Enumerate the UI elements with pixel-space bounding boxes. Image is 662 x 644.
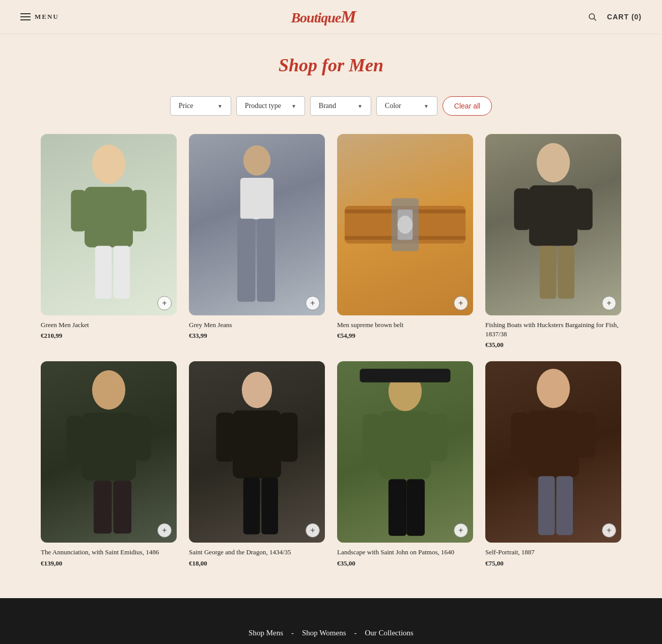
product-price: €54,99 xyxy=(337,332,473,340)
svg-rect-28 xyxy=(66,416,83,461)
product-name: Green Men Jacket xyxy=(41,320,177,330)
product-card[interactable]: + Green Men Jacket €210,99 xyxy=(41,134,177,349)
menu-button[interactable]: MENU xyxy=(20,13,59,21)
price-filter-label: Price xyxy=(179,102,194,110)
svg-point-24 xyxy=(92,370,125,410)
product-type-chevron-icon: ▼ xyxy=(291,103,296,109)
product-price: €210,99 xyxy=(41,332,177,340)
product-image: + xyxy=(189,361,325,543)
product-price: €75,00 xyxy=(485,559,621,568)
svg-rect-47 xyxy=(511,413,529,458)
product-image: + xyxy=(485,134,621,315)
product-name: Self-Portrait, 1887 xyxy=(485,548,621,557)
clear-all-button[interactable]: Clear all xyxy=(443,96,492,116)
search-button[interactable] xyxy=(588,12,597,21)
svg-rect-23 xyxy=(576,189,593,230)
svg-rect-27 xyxy=(113,481,131,534)
product-card[interactable]: + Men supreme brown belt €54,99 xyxy=(337,134,473,349)
product-price: €18,00 xyxy=(189,559,325,568)
svg-rect-19 xyxy=(529,185,577,246)
svg-point-30 xyxy=(242,372,272,408)
svg-rect-39 xyxy=(389,479,407,536)
product-card[interactable]: + Fishing Boats with Hucksters Bargainin… xyxy=(485,134,621,349)
footer-nav: Shop Mens - Shop Womens - Our Collection… xyxy=(0,619,662,642)
product-image: + xyxy=(337,361,473,543)
product-price: €33,99 xyxy=(189,332,325,340)
svg-rect-38 xyxy=(379,411,431,479)
product-price: €139,00 xyxy=(41,559,177,568)
product-card[interactable]: + The Annunciation, with Saint Emidius, … xyxy=(41,361,177,567)
svg-rect-6 xyxy=(71,190,86,232)
footer-shop-mens[interactable]: Shop Mens xyxy=(249,629,283,637)
svg-rect-3 xyxy=(85,187,133,248)
product-image: + xyxy=(485,361,621,543)
menu-label: MENU xyxy=(35,13,59,21)
product-thumbnail xyxy=(337,134,473,315)
color-filter[interactable]: Color ▼ xyxy=(376,96,437,116)
svg-rect-44 xyxy=(528,411,579,477)
svg-rect-22 xyxy=(514,189,531,230)
product-thumbnail xyxy=(41,361,177,543)
product-type-filter[interactable]: Product type ▼ xyxy=(236,96,305,116)
product-card[interactable]: + Grey Men Jeans €33,99 xyxy=(189,134,325,349)
brand-chevron-icon: ▼ xyxy=(357,103,363,109)
product-figure xyxy=(41,134,177,315)
site-header: MENU BoutiqueM CART (0) xyxy=(0,0,662,34)
product-image: + xyxy=(189,134,325,315)
svg-rect-37 xyxy=(360,369,451,383)
add-to-cart-button[interactable]: + xyxy=(157,296,172,310)
product-name: The Annunciation, with Saint Emidius, 14… xyxy=(41,548,177,557)
product-grid: + Green Men Jacket €210,99 + Grey Men Je… xyxy=(41,134,621,568)
product-card[interactable]: + Saint George and the Dragon, 1434/35 €… xyxy=(189,361,325,567)
add-to-cart-button[interactable]: + xyxy=(602,296,616,310)
page-title: Shop for Men xyxy=(41,55,621,76)
product-price: €35,00 xyxy=(337,559,473,568)
svg-rect-35 xyxy=(280,413,298,462)
footer-collections[interactable]: Our Collections xyxy=(365,629,413,637)
product-figure xyxy=(337,361,473,543)
svg-rect-21 xyxy=(558,246,574,299)
add-to-cart-button[interactable]: + xyxy=(306,296,320,310)
add-to-cart-button[interactable]: + xyxy=(454,296,468,310)
brand-filter[interactable]: Brand ▼ xyxy=(310,96,371,116)
product-thumbnail xyxy=(189,134,325,315)
cart-label: CART (0) xyxy=(607,13,642,21)
product-type-filter-label: Product type xyxy=(245,102,281,110)
svg-rect-11 xyxy=(257,219,275,302)
site-logo[interactable]: BoutiqueM xyxy=(291,7,355,26)
filter-bar: Price ▼ Product type ▼ Brand ▼ Color ▼ C… xyxy=(41,96,621,116)
svg-rect-25 xyxy=(81,413,136,481)
header-right: CART (0) xyxy=(588,12,642,21)
product-thumbnail xyxy=(41,134,177,315)
product-image: + xyxy=(41,361,177,543)
product-thumbnail xyxy=(189,361,325,543)
product-name: Men supreme brown belt xyxy=(337,320,473,330)
product-name: Saint George and the Dragon, 1434/35 xyxy=(189,548,325,557)
footer-sep1: - xyxy=(291,629,294,637)
product-card[interactable]: + Landscape with Saint John on Patmos, 1… xyxy=(337,361,473,567)
product-price: €35,00 xyxy=(485,341,621,349)
svg-point-43 xyxy=(537,369,570,408)
svg-point-8 xyxy=(243,145,270,175)
product-image: + xyxy=(41,134,177,315)
svg-rect-33 xyxy=(261,478,278,534)
price-filter[interactable]: Price ▼ xyxy=(170,96,231,116)
product-figure xyxy=(485,134,621,315)
product-figure xyxy=(337,134,473,315)
product-name: Landscape with Saint John on Patmos, 164… xyxy=(337,548,473,557)
product-figure xyxy=(189,361,325,543)
footer-shop-womens[interactable]: Shop Womens xyxy=(302,629,346,637)
svg-rect-48 xyxy=(577,413,596,458)
cart-button[interactable]: CART (0) xyxy=(607,13,642,21)
price-chevron-icon: ▼ xyxy=(217,103,223,109)
svg-point-17 xyxy=(398,216,413,234)
product-thumbnail xyxy=(337,361,473,543)
product-image: + xyxy=(337,134,473,315)
svg-line-1 xyxy=(594,18,596,20)
svg-rect-10 xyxy=(237,219,256,302)
product-name: Grey Men Jeans xyxy=(189,320,325,330)
svg-rect-26 xyxy=(94,481,112,534)
svg-rect-4 xyxy=(95,246,112,299)
product-card[interactable]: + Self-Portrait, 1887 €75,00 xyxy=(485,361,621,567)
product-name: Fishing Boats with Hucksters Bargaining … xyxy=(485,320,621,339)
